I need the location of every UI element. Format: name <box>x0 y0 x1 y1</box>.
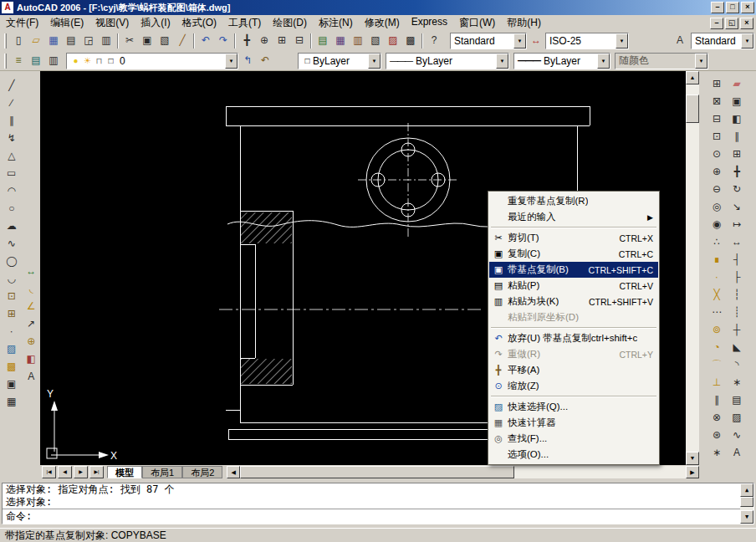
command-scrollbar-thumb[interactable] <box>740 497 753 507</box>
plot-preview-icon[interactable]: ◲ <box>80 33 97 49</box>
dim-radius-icon[interactable]: ◟ <box>23 281 39 298</box>
combo-arrow-icon[interactable]: ▼ <box>741 33 753 49</box>
zoom-in-icon[interactable]: ⊕ <box>708 164 725 181</box>
array-icon[interactable]: ⊞ <box>728 146 745 163</box>
snap-parallel-icon[interactable]: ∥ <box>708 392 725 409</box>
construction-line-icon[interactable]: ∕ <box>3 95 20 112</box>
markup-icon[interactable]: ▨ <box>385 33 401 49</box>
context-menu-quick-select[interactable]: ▨快速选择(Q)... <box>489 399 658 415</box>
move-icon[interactable]: ╋ <box>728 164 745 181</box>
scroll-up-icon[interactable]: ▲ <box>686 71 699 84</box>
doc-minimize-button[interactable]: – <box>710 18 723 29</box>
circle-icon[interactable]: ○ <box>3 201 20 217</box>
extend-icon[interactable]: ├ <box>728 269 745 286</box>
quickcalc-icon[interactable]: ▩ <box>402 33 419 49</box>
menu-dimension[interactable]: 标注(N) <box>313 14 359 32</box>
region-icon[interactable]: ▣ <box>3 376 20 393</box>
designcenter-icon[interactable]: ▦ <box>332 33 349 49</box>
layer-lock-icon[interactable]: ⊓ <box>94 54 105 69</box>
command-text-area[interactable]: 选择对象: 指定对角点: 找到 87 个 选择对象: 命令: ▲ ▼ <box>2 483 754 524</box>
zoom-previous-icon[interactable]: ⊟ <box>291 33 308 49</box>
line-icon[interactable]: ╱ <box>3 78 20 95</box>
scale-icon[interactable]: ↘ <box>728 199 745 216</box>
context-menu-cut[interactable]: ✂剪切(T)CTRL+X <box>489 230 658 246</box>
paste-icon[interactable]: ▧ <box>156 33 173 49</box>
menu-express[interactable]: Express <box>406 14 453 32</box>
multiline-icon[interactable]: ∥ <box>3 113 20 130</box>
edit-text-icon[interactable]: A <box>728 445 745 462</box>
canvas-horizontal-scrollbar[interactable]: ◀ ▶ <box>227 466 699 478</box>
explode-icon[interactable]: ∗ <box>728 375 745 391</box>
tab-layout1[interactable]: 布局1 <box>142 466 182 478</box>
cut-icon[interactable]: ✂ <box>121 33 138 49</box>
tab-layout2[interactable]: 布局2 <box>182 466 222 478</box>
tolerance-icon[interactable]: ⊕ <box>23 334 39 350</box>
scroll-up-icon[interactable]: ▲ <box>740 483 753 497</box>
snap-midpoint-icon[interactable]: ∙ <box>708 269 725 286</box>
sheetset-manager-icon[interactable]: ▧ <box>367 33 384 49</box>
snap-quadrant-icon[interactable]: ◔ <box>708 340 725 356</box>
zoom-center-icon[interactable]: ⊡ <box>708 129 725 146</box>
copy-object-icon[interactable]: ▣ <box>728 94 745 110</box>
osnap-settings-icon[interactable]: ∗ <box>708 445 725 462</box>
menu-view[interactable]: 视图(V) <box>89 14 135 32</box>
close-button[interactable]: × <box>741 2 754 13</box>
qleader-icon[interactable]: ↗ <box>23 316 39 333</box>
combo-arrow-icon[interactable]: ▼ <box>496 54 508 69</box>
menu-insert[interactable]: 插入(I) <box>135 14 176 32</box>
scroll-left-icon[interactable]: ◀ <box>227 466 240 478</box>
polygon-icon[interactable]: △ <box>3 148 20 165</box>
combo-arrow-icon[interactable]: ▼ <box>597 54 610 69</box>
context-menu-find[interactable]: ◎查找(F)... <box>489 431 658 447</box>
next-tab-button[interactable]: ▶ <box>74 466 88 478</box>
tab-model[interactable]: 模型 <box>107 466 142 478</box>
last-tab-button[interactable]: ▶| <box>89 466 104 478</box>
draworder-icon[interactable]: ▤ <box>728 392 745 409</box>
linetype-combo[interactable]: ——— ByLayer ▼ <box>386 53 509 69</box>
pan-icon[interactable]: ╋ <box>238 33 255 49</box>
layer-properties-icon[interactable]: ≡ <box>10 53 27 69</box>
style-combo[interactable]: Standard ▼ <box>450 33 527 49</box>
revcloud-icon[interactable]: ☁ <box>3 218 20 235</box>
properties-icon[interactable]: ▤ <box>314 33 331 49</box>
match-properties-icon[interactable]: ╱ <box>174 33 191 49</box>
context-menu-pan[interactable]: ╋平移(A) <box>489 362 658 378</box>
combo-arrow-icon[interactable]: ▼ <box>616 33 628 49</box>
context-menu-quickcalc[interactable]: ▦快速计算器 <box>489 415 658 431</box>
zoom-window-icon[interactable]: ⊞ <box>273 33 290 49</box>
qnew-icon[interactable]: ▯ <box>10 33 27 49</box>
tool-palettes-icon[interactable]: ▥ <box>350 33 366 49</box>
hatch-icon[interactable]: ▨ <box>3 341 20 358</box>
snap-nearest-icon[interactable]: ⊛ <box>708 427 725 444</box>
arc-icon[interactable]: ◠ <box>3 183 20 200</box>
polyline-icon[interactable]: ↯ <box>3 130 20 147</box>
menu-window[interactable]: 窗口(W) <box>453 14 501 32</box>
gradient-icon[interactable]: ▩ <box>3 359 20 376</box>
horizontal-scrollbar-thumb[interactable] <box>240 466 514 478</box>
make-block-icon[interactable]: ⊞ <box>3 306 20 323</box>
snap-intersection-icon[interactable]: ╳ <box>708 287 725 304</box>
mirror-icon[interactable]: ◧ <box>728 111 745 128</box>
doc-restore-button[interactable]: ◱ <box>725 18 738 29</box>
context-menu-copy-with-base-point[interactable]: ▣带基点复制(B)CTRL+SHIFT+C <box>489 262 658 278</box>
command-scrollbar[interactable]: ▲ ▼ <box>740 483 753 524</box>
menu-help[interactable]: 帮助(H) <box>501 14 547 32</box>
canvas-vertical-scrollbar[interactable]: ▲ ▼ <box>686 71 699 465</box>
table-icon[interactable]: ▦ <box>3 394 20 411</box>
text-icon[interactable]: A <box>23 369 39 386</box>
spline-icon[interactable]: ∿ <box>3 236 20 253</box>
scroll-down-icon[interactable]: ▼ <box>686 452 699 465</box>
redo-icon[interactable]: ↷ <box>215 33 232 49</box>
dim-style-icon[interactable]: ◧ <box>23 351 39 368</box>
rotate-icon[interactable]: ↻ <box>728 182 745 198</box>
make-object-layer-current-icon[interactable]: ↰ <box>239 53 256 69</box>
color-combo[interactable]: □ ByLayer ▼ <box>298 53 381 69</box>
erase-icon[interactable]: ▰ <box>728 76 745 93</box>
help-icon[interactable]: ? <box>426 33 442 49</box>
zoom-all-icon[interactable]: ◎ <box>708 199 725 216</box>
context-menu-recent-input[interactable]: 最近的输入▶ <box>489 209 658 225</box>
vertical-scrollbar-thumb[interactable] <box>686 95 699 123</box>
trim-icon[interactable]: ┤ <box>728 252 745 268</box>
zoom-out-icon[interactable]: ⊖ <box>708 182 725 198</box>
offset-icon[interactable]: ∥ <box>728 129 745 146</box>
